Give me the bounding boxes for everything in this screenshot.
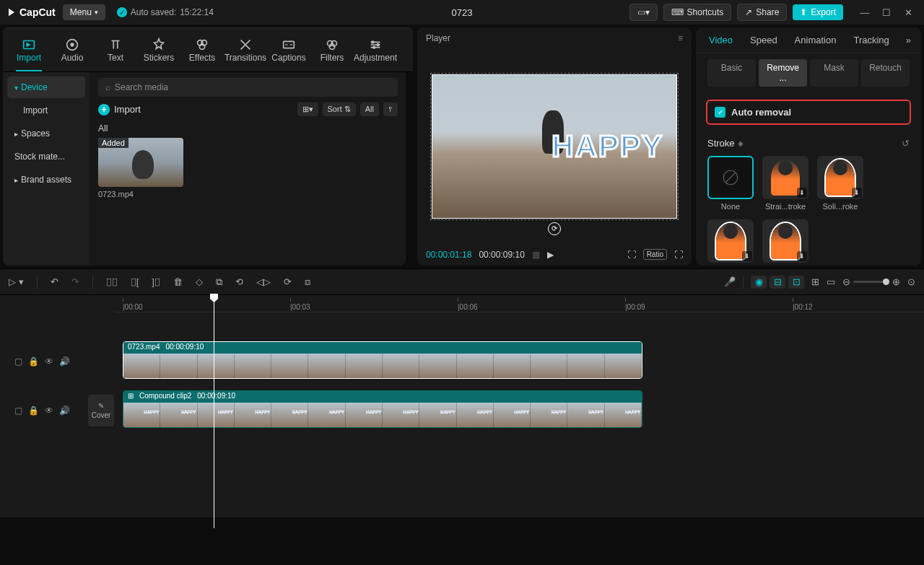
properties-panel: Video Speed Animation Tracking » Basic R… xyxy=(696,27,921,266)
subtab-retouch[interactable]: Retouch xyxy=(861,59,910,87)
track-eye-icon[interactable]: 👁 xyxy=(45,406,53,416)
menu-button[interactable]: Menu▾ xyxy=(63,4,105,20)
tl-rotate[interactable]: ⟳ xyxy=(284,276,292,287)
tl-redo[interactable]: ↷ xyxy=(71,276,79,287)
stroke-straight[interactable]: ⬇ xyxy=(762,156,808,199)
sidebar-stock[interactable]: Stock mate... xyxy=(7,146,85,167)
tl-zoom-in[interactable]: ⊕ xyxy=(892,276,900,287)
video-preview[interactable]: HAPPY ⟳ xyxy=(432,74,677,219)
maximize-button[interactable]: ☐ xyxy=(876,4,897,21)
search-input[interactable]: ⌕ Search media xyxy=(98,78,398,97)
time-current: 00:00:01:18 xyxy=(426,250,471,260)
stroke-keyframe-icon[interactable]: ◆ xyxy=(738,139,744,147)
rotate-handle[interactable]: ⟳ xyxy=(548,222,561,235)
tl-zoom-out[interactable]: ⊖ xyxy=(842,276,850,287)
filter-all-button[interactable]: All xyxy=(360,102,379,116)
tl-align[interactable]: ⊞ xyxy=(811,276,819,287)
track-toggle[interactable]: ▢ xyxy=(14,406,22,416)
subtab-mask[interactable]: Mask xyxy=(810,59,858,87)
minimize-button[interactable]: — xyxy=(855,4,875,21)
fullscreen-icon[interactable]: ⛶ xyxy=(674,250,683,260)
sidebar-import[interactable]: Import xyxy=(7,100,85,121)
tab-adjustment[interactable]: Adjustment xyxy=(354,28,397,71)
project-name[interactable]: 0723 xyxy=(452,7,473,18)
prop-tab-more[interactable]: » xyxy=(900,27,917,53)
track-eye-icon[interactable]: 👁 xyxy=(45,356,53,367)
stroke-reset-icon[interactable]: ↺ xyxy=(902,138,910,149)
sidebar-brand[interactable]: ▸Brand assets xyxy=(7,169,85,190)
clip-video[interactable]: 0723.mp400:00:09:10 xyxy=(123,341,642,379)
tl-copy[interactable]: ⧉ xyxy=(216,276,222,288)
svg-point-2 xyxy=(71,43,74,46)
tl-zoom-fit[interactable]: ⊙ xyxy=(907,276,915,287)
stroke-offset[interactable]: ⬇ xyxy=(707,219,754,263)
tl-select-tool[interactable]: ▷ ▾ xyxy=(9,276,24,287)
tl-snap-2[interactable]: ⊟ xyxy=(770,276,785,289)
tab-filters[interactable]: Filters xyxy=(310,28,354,71)
playhead[interactable] xyxy=(214,295,214,528)
scan-icon[interactable]: ⛶ xyxy=(627,250,636,260)
tl-split[interactable]: ⌷⌷ xyxy=(106,276,118,287)
svg-point-12 xyxy=(373,46,375,48)
sort-button[interactable]: Sort ⇅ xyxy=(323,102,356,116)
close-button[interactable]: ✕ xyxy=(898,4,918,21)
tab-text[interactable]: Text xyxy=(94,28,137,71)
cover-button[interactable]: ✎Cover xyxy=(88,395,114,426)
media-all-label: All xyxy=(98,123,398,133)
tl-undo[interactable]: ↶ xyxy=(51,276,58,287)
tl-reverse[interactable]: ⟲ xyxy=(235,276,243,287)
app-logo: CapCut xyxy=(6,6,56,18)
tab-audio[interactable]: Audio xyxy=(51,28,94,71)
stroke-solid[interactable]: ⬇ xyxy=(817,156,863,199)
tl-zoom-slider[interactable] xyxy=(853,281,889,283)
sidebar-spaces[interactable]: ▸Spaces xyxy=(7,123,85,144)
tl-snap-3[interactable]: ⊡ xyxy=(788,276,804,289)
auto-removal-option[interactable]: ✓ Auto removal xyxy=(706,100,911,125)
tab-captions[interactable]: Captions xyxy=(267,28,310,71)
search-icon: ⌕ xyxy=(105,82,110,92)
auto-removal-checkbox[interactable]: ✓ xyxy=(715,107,725,118)
sidebar-device[interactable]: ▾Device xyxy=(7,76,85,98)
track-toggle[interactable]: ▢ xyxy=(14,356,22,367)
tl-trim-left[interactable]: ⌷[ xyxy=(131,276,139,287)
stroke-none[interactable] xyxy=(707,156,754,199)
tl-mic[interactable]: 🎤 xyxy=(724,276,736,287)
subtab-remove[interactable]: Remove ... xyxy=(759,59,807,87)
prop-tab-video[interactable]: Video xyxy=(700,27,741,53)
filter-options-button[interactable]: ⫯ xyxy=(383,102,398,116)
player-menu-icon[interactable]: ≡ xyxy=(678,33,683,43)
grid-view-icon[interactable]: ▦ xyxy=(532,250,540,260)
track-lock-icon[interactable]: 🔒 xyxy=(28,356,39,367)
tab-effects[interactable]: Effects xyxy=(180,28,224,71)
stroke-dotted[interactable]: ⬇ xyxy=(762,219,808,263)
shortcuts-button[interactable]: ⌨ Shortcuts xyxy=(663,4,732,21)
tab-import[interactable]: Import xyxy=(7,28,51,71)
ratio-button[interactable]: Ratio xyxy=(643,249,667,260)
tl-delete[interactable]: 🗑 xyxy=(173,276,183,287)
tl-trim-right[interactable]: ]⌷ xyxy=(152,276,160,287)
subtab-basic[interactable]: Basic xyxy=(707,59,756,87)
media-thumb[interactable]: Added 0723.mp4 xyxy=(98,138,183,198)
timeline: ▷ ▾ ↶ ↷ ⌷⌷ ⌷[ ]⌷ 🗑 ◇ ⧉ ⟲ ◁▷ ⟳ ⧈ 🎤 ◉ ⊟ ⊡ … xyxy=(0,268,924,517)
tl-snap-1[interactable]: ◉ xyxy=(751,276,767,289)
layout-button[interactable]: ▭▾ xyxy=(629,4,658,21)
play-button[interactable]: ▶ xyxy=(547,250,554,260)
track-mute-icon[interactable]: 🔊 xyxy=(59,406,70,416)
tl-crop[interactable]: ⧈ xyxy=(305,276,310,288)
view-grid-button[interactable]: ⊞▾ xyxy=(297,102,318,116)
share-button[interactable]: ↗ Share xyxy=(737,4,787,21)
tl-mirror[interactable]: ◁▷ xyxy=(256,276,271,287)
timeline-ruler[interactable]: |00:00 |00:03 |00:06 |00:09 |00:12 xyxy=(116,295,924,312)
tab-transitions[interactable]: Transitions xyxy=(224,28,267,71)
track-lock-icon[interactable]: 🔒 xyxy=(28,406,39,416)
tab-stickers[interactable]: Stickers xyxy=(137,28,180,71)
prop-tab-tracking[interactable]: Tracking xyxy=(845,27,897,53)
prop-tab-animation[interactable]: Animation xyxy=(786,27,845,53)
tl-tracks[interactable]: ▭ xyxy=(827,276,835,287)
import-button[interactable]: +Import xyxy=(98,104,141,115)
track-mute-icon[interactable]: 🔊 xyxy=(59,356,70,367)
tl-marker[interactable]: ◇ xyxy=(196,276,203,287)
clip-compound[interactable]: ⊞Compound clip200:00:09:10 xyxy=(123,390,642,428)
prop-tab-speed[interactable]: Speed xyxy=(741,27,786,53)
export-button[interactable]: ⬆ Export xyxy=(793,4,843,20)
